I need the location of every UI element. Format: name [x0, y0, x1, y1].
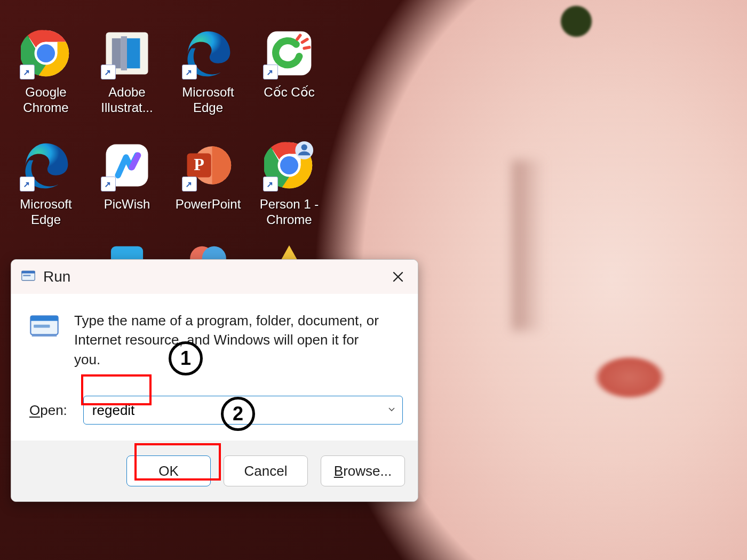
shortcut-badge-icon: [182, 177, 197, 191]
run-footer: OK Cancel Browse...: [11, 441, 418, 501]
svg-text:P: P: [194, 155, 204, 174]
run-app-icon: [21, 268, 36, 285]
svg-point-17: [280, 156, 298, 174]
chevron-down-icon: [386, 402, 397, 419]
run-title: Run: [43, 268, 70, 285]
desktop-icon-label: Google Chrome: [9, 84, 83, 116]
chrome-icon: [18, 26, 74, 81]
edge-icon: [18, 138, 74, 193]
edge-icon: [180, 26, 236, 81]
cancel-button-label: Cancel: [244, 463, 288, 479]
svg-rect-25: [22, 271, 35, 273]
desktop-icon-label: Microsoft Edge: [9, 196, 83, 228]
desktop-icon-label: Cốc Cốc: [264, 84, 314, 100]
run-description: Type the name of a program, folder, docu…: [74, 311, 384, 369]
illustrator-icon: [99, 26, 155, 81]
desktop-icon-picwish[interactable]: PicWish: [86, 133, 168, 245]
desktop-icon-coc-coc[interactable]: Cốc Cốc: [249, 21, 330, 133]
desktop-icon-label: Microsoft Edge: [171, 84, 245, 116]
shortcut-badge-icon: [263, 177, 278, 191]
ok-button[interactable]: OK: [126, 455, 211, 486]
svg-point-19: [301, 145, 307, 150]
desktop-icon-label: Adobe Illustrat...: [90, 84, 164, 116]
svg-rect-4: [112, 38, 121, 68]
desktop-icon-powerpoint[interactable]: P PowerPoint: [168, 133, 249, 245]
open-combobox[interactable]: regedit: [83, 396, 403, 425]
desktop-icon-label: Person 1 - Chrome: [252, 196, 327, 228]
powerpoint-icon: P: [180, 138, 236, 193]
run-titlebar[interactable]: Run: [11, 260, 418, 294]
shortcut-badge-icon: [101, 177, 116, 191]
svg-line-10: [304, 47, 309, 49]
close-button[interactable]: [386, 265, 410, 289]
shortcut-badge-icon: [263, 65, 278, 79]
chrome-profile-icon: [261, 138, 317, 193]
browse-button-label: Browse...: [334, 463, 392, 479]
run-body-icon: [29, 311, 59, 343]
shortcut-badge-icon: [20, 177, 35, 191]
picwish-icon: [99, 138, 155, 193]
shortcut-badge-icon: [182, 65, 197, 79]
cancel-button[interactable]: Cancel: [224, 455, 308, 486]
ok-button-label: OK: [158, 463, 179, 479]
svg-rect-26: [23, 275, 30, 276]
shortcut-badge-icon: [20, 65, 35, 79]
run-dialog: Run Type the name of a program, folder, …: [11, 259, 418, 502]
open-label: Open:: [29, 402, 67, 419]
desktop-icon-microsoft-edge-alt[interactable]: Microsoft Edge: [5, 133, 86, 245]
desktop-icon-label: PowerPoint: [176, 196, 241, 212]
svg-rect-29: [34, 325, 50, 328]
browse-button[interactable]: Browse...: [321, 455, 405, 486]
close-icon: [392, 270, 404, 283]
svg-rect-6: [121, 36, 127, 70]
desktop-icon-google-chrome[interactable]: Google Chrome: [5, 21, 86, 133]
shortcut-badge-icon: [101, 65, 116, 79]
desktop-icon-adobe-illustrator[interactable]: Adobe Illustrat...: [86, 21, 168, 133]
desktop-icon-microsoft-edge[interactable]: Microsoft Edge: [168, 21, 249, 133]
desktop-icon-person1-chrome[interactable]: Person 1 - Chrome: [249, 133, 330, 245]
open-input-value: regedit: [92, 402, 135, 419]
desktop-icon-label: PicWish: [104, 196, 150, 212]
coccoc-icon: [261, 26, 317, 81]
svg-point-2: [37, 44, 55, 62]
svg-rect-28: [30, 316, 58, 321]
